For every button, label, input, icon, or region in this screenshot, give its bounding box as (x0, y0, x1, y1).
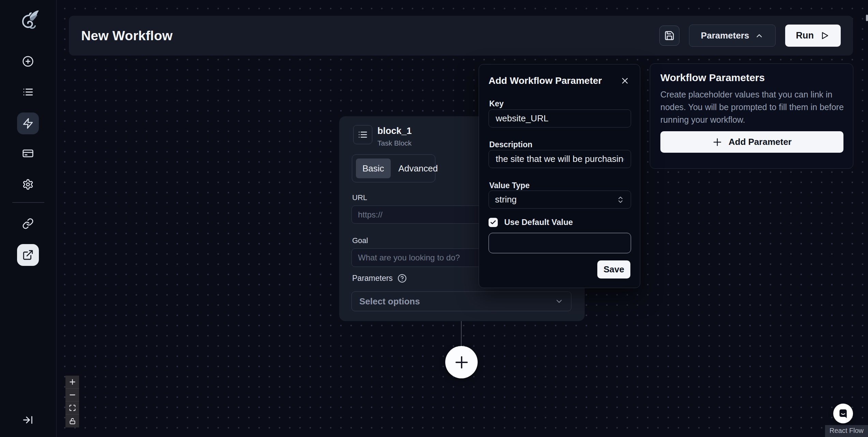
fit-view-icon (69, 404, 76, 411)
block-type-label: Task Block (377, 139, 412, 147)
unlock-icon (69, 418, 76, 425)
check-icon (490, 219, 496, 226)
parameters-select[interactable]: Select options (351, 291, 571, 311)
canvas-controls (65, 376, 79, 427)
default-value-input[interactable] (489, 233, 631, 253)
modal-title: Add Workflow Parameter (489, 75, 602, 86)
plus-circle-icon (22, 56, 34, 67)
sidebar-item-runs[interactable] (17, 81, 39, 103)
parameters-button-label: Parameters (701, 30, 749, 41)
goal-label: Goal (352, 236, 368, 245)
run-button[interactable]: Run (785, 25, 841, 47)
page-title: New Workflow (81, 28, 173, 43)
sidebar (0, 0, 57, 437)
tab-advanced[interactable]: Advanced (392, 159, 445, 178)
zoom-in-button[interactable] (65, 376, 79, 389)
block-tabs: Basic Advanced (352, 154, 435, 182)
sidebar-item-workflows[interactable] (17, 112, 39, 134)
chat-bubble-icon (837, 408, 849, 419)
description-label: Description (489, 140, 533, 149)
minus-icon (69, 391, 76, 398)
external-link-icon (22, 249, 34, 261)
list-icon (22, 86, 34, 98)
fit-view-button[interactable] (65, 402, 79, 415)
list-icon (358, 130, 368, 140)
link-icon (22, 218, 34, 229)
panel-description: Create placeholder values that you can l… (660, 88, 844, 126)
sidebar-item-create[interactable] (17, 50, 39, 72)
add-parameter-modal: Add Workflow Parameter Key Description V… (479, 64, 640, 288)
zoom-out-button[interactable] (65, 389, 79, 402)
block-name: block_1 (377, 126, 412, 136)
add-parameter-button[interactable]: Add Parameter (660, 131, 843, 153)
react-flow-attribution[interactable]: React Flow (825, 425, 868, 437)
help-circle-icon[interactable] (398, 274, 407, 283)
sidebar-item-settings[interactable] (17, 174, 39, 195)
skyvern-dragon-logo[interactable] (17, 9, 40, 35)
run-button-label: Run (796, 30, 814, 41)
window-scrollbar-thumb[interactable] (866, 15, 868, 21)
panel-title: Workflow Parameters (660, 72, 843, 84)
key-label: Key (489, 99, 504, 108)
topbar: New Workflow Parameters Run (69, 16, 853, 56)
workflow-edge (461, 321, 462, 347)
block-parameters-row: Parameters (352, 274, 407, 283)
save-workflow-button[interactable] (659, 26, 679, 46)
lock-toggle-button[interactable] (65, 415, 79, 427)
support-chat-button[interactable] (833, 404, 853, 423)
app-root: block_1 Task Block Basic Advanced URL Go… (0, 0, 868, 437)
chevrons-up-down-icon (616, 196, 625, 204)
value-type-select[interactable]: string (489, 191, 631, 209)
value-type-label: Value Type (489, 181, 529, 190)
add-block-button[interactable] (445, 346, 478, 378)
workflow-parameters-panel: Workflow Parameters Create placeholder v… (650, 63, 853, 169)
save-parameter-button[interactable]: Save (597, 260, 630, 278)
use-default-checkbox[interactable] (489, 218, 498, 227)
sidebar-collapse-button[interactable] (17, 409, 39, 431)
add-parameter-label: Add Parameter (729, 137, 792, 147)
parameters-select-placeholder: Select options (359, 296, 420, 307)
sidebar-item-share[interactable] (17, 244, 39, 266)
chevron-up-icon (755, 31, 764, 40)
workflow-canvas[interactable]: block_1 Task Block Basic Advanced URL Go… (57, 0, 868, 437)
tab-basic[interactable]: Basic (356, 159, 391, 178)
description-input[interactable] (489, 150, 631, 168)
plus-icon (712, 137, 722, 147)
sidebar-divider (12, 202, 44, 203)
parameters-button[interactable]: Parameters (689, 25, 776, 47)
task-block-header: block_1 Task Block (353, 125, 412, 147)
close-icon (620, 76, 630, 86)
chevron-down-icon (555, 297, 564, 306)
dragon-logo-icon (17, 9, 40, 35)
block-parameters-label: Parameters (352, 274, 393, 283)
sidebar-item-integrations[interactable] (17, 213, 39, 235)
url-label: URL (352, 193, 367, 202)
gear-icon (22, 179, 34, 190)
floppy-save-icon (664, 30, 675, 41)
key-input[interactable] (489, 109, 631, 127)
plus-icon (69, 378, 76, 386)
plus-icon (453, 354, 470, 371)
arrow-right-to-line-icon (22, 414, 34, 426)
use-default-label: Use Default Value (504, 217, 573, 227)
topbar-actions: Parameters Run (659, 25, 841, 47)
play-icon (820, 31, 830, 41)
lightning-icon (22, 118, 34, 129)
value-type-value: string (495, 194, 517, 205)
use-default-row: Use Default Value (489, 217, 573, 227)
credit-card-icon (22, 148, 34, 159)
sidebar-item-billing[interactable] (17, 142, 39, 164)
task-block-icon (353, 125, 372, 144)
modal-close-button[interactable] (618, 74, 632, 88)
task-block-titles: block_1 Task Block (377, 125, 412, 147)
